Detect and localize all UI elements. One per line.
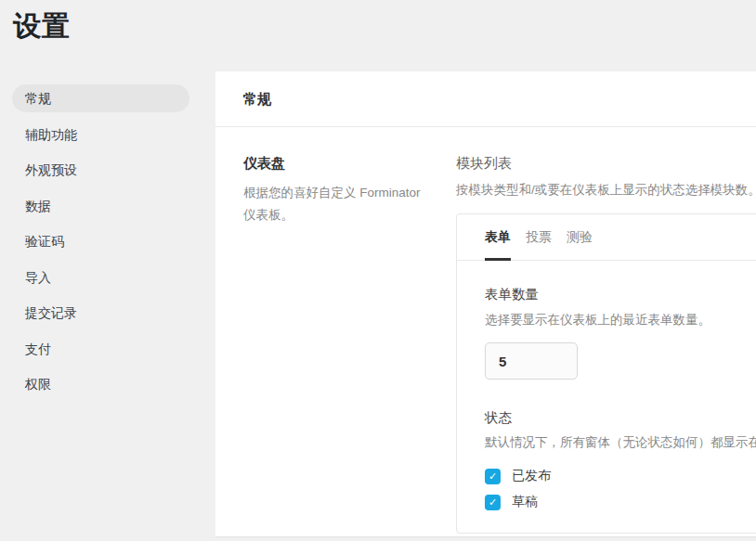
sidebar-item-appearance[interactable]: 外观预设 [12,156,189,184]
status-option-draft-label: 草稿 [512,494,538,510]
sidebar-item-data[interactable]: 数据 [12,192,189,220]
dashboard-row-label-column: 仪表盘 根据您的喜好自定义 Forminator 仪表板。 [243,155,432,534]
general-settings-content: 仪表盘 根据您的喜好自定义 Forminator 仪表板。 模块列表 按模块类型… [215,127,756,534]
sidebar-item-accessibility[interactable]: 辅助功能 [12,121,189,148]
status-option-published-label: 已发布 [512,468,551,484]
module-list-label: 模块列表 [456,155,756,173]
settings-sidebar: 常规 辅助功能 外观预设 数据 验证码 导入 提交记录 支付 权限 [12,84,189,406]
status-label: 状态 [485,409,756,427]
sidebar-item-import[interactable]: 导入 [12,264,189,291]
sidebar-item-general[interactable]: 常规 [12,84,189,112]
panel-header: 常规 [215,71,756,127]
tab-polls[interactable]: 投票 [526,214,552,261]
forms-count-label: 表单数量 [485,286,756,303]
status-description: 默认情况下，所有窗体（无论状态如何）都显示在仪 [485,432,756,453]
module-list-tabbox: 表单 投票 测验 表单数量 选择要显示在仪表板上的最近表单数量。 状态 默认情况… [456,213,756,534]
forms-tab-content: 表单数量 选择要显示在仪表板上的最近表单数量。 状态 默认情况下，所有窗体（无论… [457,261,756,511]
tab-quizzes[interactable]: 测验 [567,214,593,261]
checkbox-checked-icon[interactable]: ✓ [485,469,501,484]
tab-forms[interactable]: 表单 [485,214,511,261]
sidebar-item-permissions[interactable]: 权限 [12,370,189,398]
module-list-description: 按模块类型和/或要在仪表板上显示的状态选择模块数。 [456,180,756,200]
forms-count-input[interactable] [485,342,578,380]
sidebar-item-captcha[interactable]: 验证码 [12,227,189,255]
module-type-tabs: 表单 投票 测验 [457,214,756,261]
module-list-column: 模块列表 按模块类型和/或要在仪表板上显示的状态选择模块数。 表单 投票 测验 … [456,155,756,534]
settings-panel: 常规 仪表盘 根据您的喜好自定义 Forminator 仪表板。 模块列表 按模… [215,71,756,537]
checkbox-checked-icon[interactable]: ✓ [485,495,501,510]
page-title: 设置 [13,7,71,45]
sidebar-item-payments[interactable]: 支付 [12,335,189,363]
dashboard-section-title: 仪表盘 [243,155,432,173]
status-option-draft[interactable]: ✓ 草稿 [485,493,756,511]
status-option-published[interactable]: ✓ 已发布 [485,467,756,485]
sidebar-item-submissions[interactable]: 提交记录 [12,299,189,327]
dashboard-section-description: 根据您的喜好自定义 Forminator 仪表板。 [243,182,432,226]
forms-count-description: 选择要显示在仪表板上的最近表单数量。 [485,310,756,330]
